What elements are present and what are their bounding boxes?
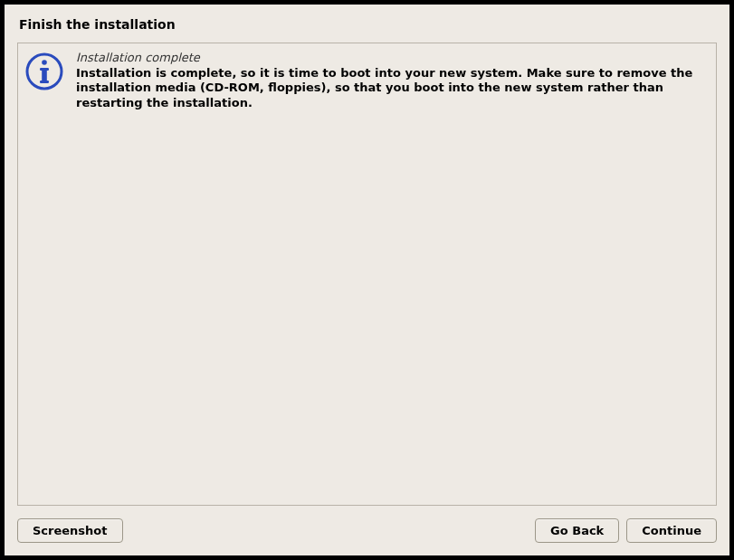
info-text: Installation complete Installation is co… (76, 51, 705, 110)
info-body: Installation is complete, so it is time … (76, 66, 705, 110)
info-subtitle: Installation complete (76, 51, 705, 64)
page-title: Finish the installation (17, 17, 717, 32)
button-bar: Screenshot Go Back Continue (17, 518, 717, 543)
button-group-left: Screenshot (17, 518, 123, 543)
svg-rect-3 (40, 68, 49, 71)
go-back-button[interactable]: Go Back (535, 518, 619, 543)
screenshot-button[interactable]: Screenshot (17, 518, 123, 543)
svg-point-1 (42, 60, 47, 65)
continue-button[interactable]: Continue (626, 518, 717, 543)
installer-window: Finish the installation Installation com… (5, 5, 729, 555)
button-group-right: Go Back Continue (535, 518, 717, 543)
info-icon (25, 52, 63, 93)
content-frame: Installation complete Installation is co… (17, 43, 717, 506)
svg-rect-4 (40, 81, 49, 83)
info-row: Installation complete Installation is co… (25, 51, 705, 110)
